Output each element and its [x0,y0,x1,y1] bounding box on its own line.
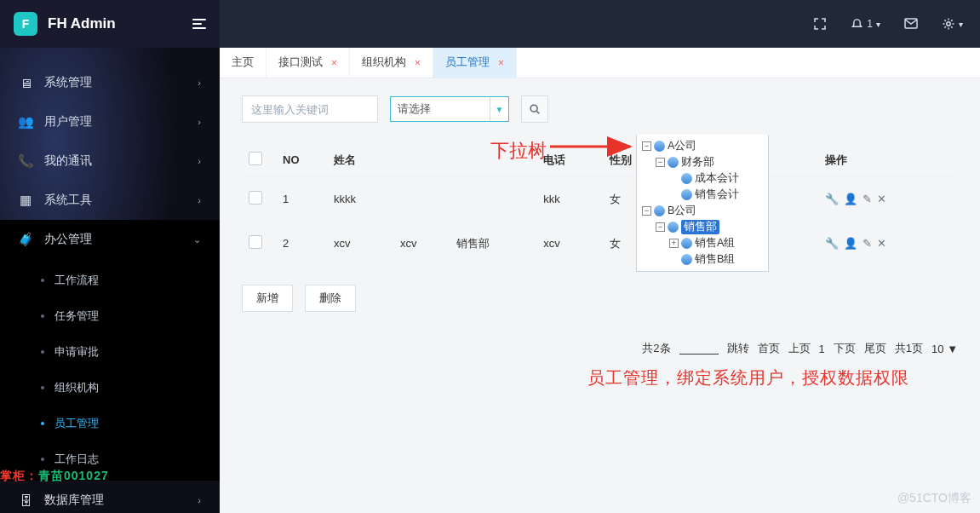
tree-node-3[interactable]: 销售会计 [639,187,766,203]
row-actions: 🔧👤✎✕ [825,237,951,250]
dept-tree-dropdown: −A公司−财务部成本会计销售会计−B公司−销售部+销售A组销售B组 [636,135,769,272]
cell-no: 2 [276,222,327,266]
sidebar-item-5[interactable]: 🗄数据库管理› [0,481,220,513]
tab-3[interactable]: 员工管理 [433,48,517,78]
pager-next[interactable]: 下页 [834,341,856,356]
keyword-input[interactable] [242,95,378,123]
dept-select[interactable]: 请选择 ▼ [390,96,509,122]
person-icon [654,205,665,216]
cell-c1 [393,177,450,222]
tab-1[interactable]: 接口测试 [266,48,350,78]
pager-first[interactable]: 首页 [758,341,780,356]
row-checkbox[interactable] [249,235,262,249]
menu-label: 办公管理 [44,232,92,247]
tab-bar: 主页接口测试组织机构员工管理 [220,48,980,78]
person-icon [654,141,665,152]
sidebar: 🖥系统管理›👥用户管理›📞我的通讯›▦系统工具›🧳办公管理⌄工作流程任务管理申请… [0,48,220,513]
close-icon[interactable]: ✕ [877,237,886,250]
tab-0[interactable]: 主页 [220,48,266,78]
th-8: 操作 [818,143,958,177]
pager-jump[interactable]: 跳转 [727,341,749,356]
employee-table: NO姓名电话性别绑定登录用户操作 1kkkkkkk女lisi🔧👤✎✕2xcvxc… [242,143,958,266]
table-row: 2xcvxcv销售部xcv女zhangsan🔧👤✎✕ [242,222,958,266]
search-button[interactable] [521,95,548,123]
menu-icon: ▦ [19,193,32,207]
page-body: 请选择 ▼ NO姓名电话性别绑定登录用户操作 1kkkkkkk女lisi🔧👤✎✕… [220,78,980,322]
sidebar-sub-2[interactable]: 申请审批 [0,334,220,370]
expand-icon[interactable]: − [642,141,651,151]
app-brand: FH Admin [48,15,116,32]
cell-tel: xcv [536,222,603,266]
checkbox-all[interactable] [249,152,262,165]
edit-icon[interactable]: ✎ [863,193,872,205]
chevron-icon: › [198,78,201,88]
pager-jump-input[interactable] [679,343,719,354]
tree-node-7[interactable]: 销售B组 [639,251,766,268]
expand-icon[interactable]: − [642,206,651,216]
menu-icon: 🧳 [19,233,32,246]
th-3 [393,143,450,177]
tree-node-5[interactable]: −销售部 [639,219,766,235]
tree-node-6[interactable]: +销售A组 [639,235,766,251]
close-icon[interactable]: ✕ [877,193,886,205]
menu-label: 系统工具 [44,193,92,208]
pager-total: 共2条 [642,341,670,356]
person-icon [681,254,692,265]
fullscreen-icon[interactable] [813,17,827,31]
sidebar-sub-3[interactable]: 组织机构 [0,370,220,406]
app-logo: F [14,12,37,36]
tree-node-4[interactable]: −B公司 [639,203,766,219]
person-icon [681,238,692,249]
svg-point-1 [947,22,950,26]
menu-icon: 🗄 [19,493,32,507]
cell-c2: 销售部 [450,222,536,266]
submenu-label: 工作日志 [54,452,99,467]
th-1: NO [276,143,327,177]
person-icon [681,189,692,200]
tree-label: 销售会计 [695,187,739,202]
sidebar-item-1[interactable]: 👥用户管理› [0,102,220,141]
tree-node-0[interactable]: −A公司 [639,138,766,154]
menu-toggle-icon[interactable] [192,19,206,29]
sidebar-item-0[interactable]: 🖥系统管理› [0,63,220,102]
tree-node-1[interactable]: −财务部 [639,154,766,170]
menu-label: 系统管理 [44,75,92,90]
wrench-icon[interactable]: 🔧 [825,237,839,250]
person-icon [668,157,679,168]
chevron-icon: › [198,117,201,127]
pager-pages: 共1页 [895,341,923,356]
filter-bar: 请选择 ▼ [242,95,958,123]
row-checkbox[interactable] [249,191,262,205]
tree-node-2[interactable]: 成本会计 [639,170,766,187]
delete-button[interactable]: 删除 [305,285,356,312]
sidebar-sub-1[interactable]: 任务管理 [0,298,220,334]
mail-icon[interactable] [904,18,918,30]
user-icon[interactable]: 👤 [844,237,857,250]
dot-icon [41,350,44,354]
watermark-1: 掌柜：青苗001027 [0,469,109,484]
menu-label: 用户管理 [44,114,92,130]
topbar: F FH Admin 1 ▾ ▾ [0,0,980,48]
sidebar-item-3[interactable]: ▦系统工具› [0,181,220,220]
pager-size[interactable]: 10 [931,343,943,355]
sidebar-item-4[interactable]: 🧳办公管理⌄ [0,220,220,259]
add-button[interactable]: 新增 [242,285,293,312]
notification-icon[interactable]: 1 ▾ [851,18,880,31]
expand-icon[interactable]: + [669,239,679,248]
sidebar-item-2[interactable]: 📞我的通讯› [0,141,220,181]
tab-2[interactable]: 组织机构 [350,48,433,78]
user-icon[interactable]: 👤 [844,193,857,205]
edit-icon[interactable]: ✎ [863,237,872,250]
sidebar-sub-0[interactable]: 工作流程 [0,262,220,298]
chevron-down-icon[interactable]: ▼ [490,97,508,121]
pager-prev[interactable]: 上页 [788,341,811,356]
expand-icon[interactable]: − [656,158,665,167]
expand-icon[interactable]: − [656,222,665,232]
wrench-icon[interactable]: 🔧 [825,193,839,205]
chevron-icon: ⌄ [193,234,201,245]
sidebar-sub-4[interactable]: 员工管理 [0,406,220,441]
annotation-1: 下拉树 [490,138,547,164]
pager-last[interactable]: 尾页 [864,341,886,356]
cell-name: kkkk [327,177,393,222]
settings-icon[interactable]: ▾ [942,17,963,31]
